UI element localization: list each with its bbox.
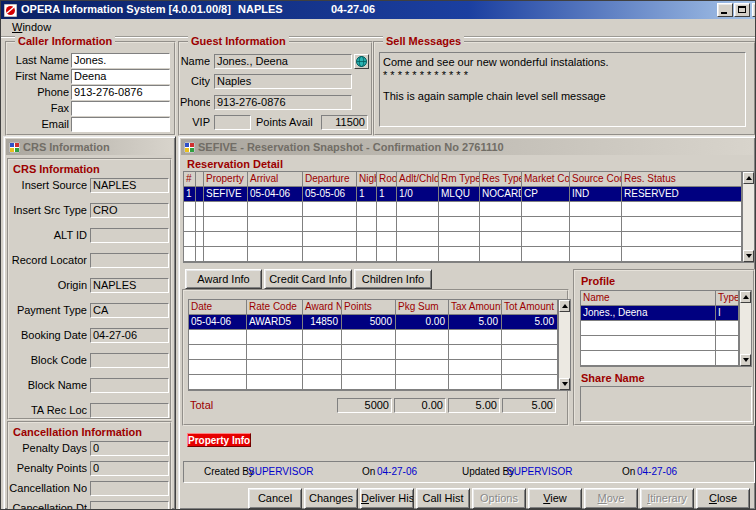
res-header-res-type[interactable]: Res Type <box>480 172 522 187</box>
profile-title: Profile <box>581 275 615 287</box>
guest-points-avail-field[interactable]: 11500 <box>321 115 368 130</box>
maximize-icon <box>738 6 746 13</box>
crs-ta-rec-loc-field[interactable] <box>90 403 169 418</box>
award-header-tax-amount[interactable]: Tax Amount <box>449 300 502 315</box>
reservation-table: # Property Arrival Departure Night Roon … <box>183 171 742 263</box>
res-cell-arrival: 05-04-06 <box>248 187 303 202</box>
penalty-days-field[interactable]: 0 <box>90 441 169 456</box>
res-header-source-code[interactable]: Source Code <box>570 172 622 187</box>
profile-header-type[interactable]: Type <box>716 291 738 306</box>
res-header-nights[interactable]: Night <box>357 172 377 187</box>
sell-messages-box[interactable]: Come and see our new wonderful instalati… <box>379 52 746 127</box>
caller-phone-field[interactable]: 913-276-0876 <box>71 85 170 100</box>
guest-profile-globe-button[interactable] <box>354 54 369 69</box>
penalty-points-field[interactable]: 0 <box>90 461 169 476</box>
caller-last-name-field[interactable]: Jones. <box>71 53 170 68</box>
caller-information-title: Caller Information <box>15 35 115 48</box>
award-header-rate-code[interactable]: Rate Code <box>247 300 303 315</box>
tab-children-info[interactable]: Children Info <box>354 269 432 289</box>
profile-row-selected[interactable]: Jones., Deena I <box>581 306 738 321</box>
call-hist-button[interactable]: Call Hist <box>416 488 470 509</box>
reservation-table-scrollbar[interactable] <box>742 171 755 263</box>
tab-credit-card-info[interactable]: Credit Card Info <box>264 269 352 289</box>
cancellation-no-field[interactable] <box>90 481 169 496</box>
crs-booking-date-field[interactable]: 04-27-06 <box>90 328 169 343</box>
crs-record-locator-label: Record Locator <box>9 253 87 268</box>
crs-insert-src-type-field[interactable]: CRO <box>90 203 169 218</box>
res-header-number[interactable]: # <box>184 172 196 187</box>
scroll-down-button[interactable] <box>740 354 751 366</box>
changes-button[interactable]: Changes <box>304 488 358 509</box>
award-header-points[interactable]: Points <box>342 300 396 315</box>
guest-phone-field[interactable]: 913-276-0876 <box>214 95 352 110</box>
res-header-adlt-chld[interactable]: Adlt/Chld <box>397 172 439 187</box>
sell-message-line-1: Come and see our new wonderful instalati… <box>383 56 609 68</box>
award-header-date[interactable]: Date <box>189 300 247 315</box>
cancellation-section-title: Cancellation Information <box>13 426 142 438</box>
res-cell-rooms: 1 <box>377 187 397 202</box>
guest-city-field[interactable]: Naples <box>214 74 352 89</box>
guest-phone-label: Phone <box>180 95 210 110</box>
guest-vip-field[interactable] <box>214 115 251 130</box>
minimize-button[interactable] <box>717 3 733 17</box>
cancellation-dt-field[interactable] <box>90 501 169 510</box>
created-by-value: SUPERVISOR <box>248 466 313 477</box>
award-cell-award-no: 14850 <box>303 315 342 330</box>
deliver-hist-button[interactable]: Deliver Hist <box>360 488 414 509</box>
maximize-button[interactable] <box>734 3 750 17</box>
share-name-box[interactable] <box>580 386 752 422</box>
award-cell-rate-code: AWARD5 <box>247 315 303 330</box>
res-header-rooms[interactable]: Roon <box>377 172 397 187</box>
crs-alt-id-field[interactable] <box>90 228 169 243</box>
award-table-scrollbar[interactable] <box>558 299 571 391</box>
caller-first-name-field[interactable]: Deena <box>71 69 170 84</box>
menu-window[interactable]: Window <box>8 20 55 35</box>
res-header-blank[interactable] <box>196 172 204 187</box>
crs-window-titlebar[interactable]: CRS Information <box>6 139 173 155</box>
crs-window-title: CRS Information <box>23 141 110 153</box>
scroll-down-button[interactable] <box>743 250 754 262</box>
cancellation-panel: Cancellation Information Penalty Days 0 … <box>7 421 172 510</box>
scroll-up-button[interactable] <box>743 172 754 184</box>
crs-payment-type-label: Payment Type <box>9 303 87 318</box>
scroll-up-button[interactable] <box>740 291 751 303</box>
res-header-market-code[interactable]: Market Code <box>522 172 570 187</box>
close-window-button[interactable]: Close <box>696 488 750 509</box>
award-header-award-no[interactable]: Award No <box>303 300 342 315</box>
tab-award-info[interactable]: Award Info <box>185 269 262 289</box>
res-header-arrival[interactable]: Arrival <box>248 172 303 187</box>
award-row-selected[interactable]: 05-04-06 AWARD5 14850 5000 0.00 5.00 5.0… <box>189 315 557 330</box>
award-header-pkg-sum[interactable]: Pkg Sum <box>396 300 449 315</box>
snapshot-window-titlebar[interactable]: SEFIVE - Reservation Snapshot - Confirma… <box>181 139 753 155</box>
view-button[interactable]: View <box>528 488 582 509</box>
award-header-tot-amount[interactable]: Tot Amount <box>502 300 557 315</box>
crs-payment-type-field[interactable]: CA <box>90 303 169 318</box>
profile-header-name[interactable]: Name <box>581 291 716 306</box>
res-header-property[interactable]: Property <box>204 172 248 187</box>
crs-block-code-field[interactable] <box>90 353 169 368</box>
total-pkg-sum-field: 0.00 <box>394 398 446 413</box>
scroll-up-button[interactable] <box>559 300 570 312</box>
guest-vip-label: VIP <box>180 115 210 130</box>
crs-record-locator-field[interactable] <box>90 253 169 268</box>
res-header-rm-type[interactable]: Rm Type <box>439 172 480 187</box>
caller-fax-field[interactable] <box>71 101 170 116</box>
crs-origin-field[interactable]: NAPLES <box>90 278 169 293</box>
updated-on-value: 04-27-06 <box>637 466 677 477</box>
profile-table-scrollbar[interactable] <box>739 290 752 367</box>
res-header-res-status[interactable]: Res. Status <box>622 172 741 187</box>
reservation-row-selected[interactable]: 1 SEFIVE 05-04-06 05-05-06 1 1 1/0 MLQU … <box>184 187 741 202</box>
cancel-button[interactable]: Cancel <box>248 488 302 509</box>
res-cell-nights: 1 <box>357 187 377 202</box>
caller-email-field[interactable] <box>71 117 170 132</box>
guest-name-field[interactable]: Jones., Deena <box>214 54 352 69</box>
app-titlebar[interactable]: OPERA Information System [4.0.01.00/8] N… <box>1 1 755 19</box>
crs-insert-source-field[interactable]: NAPLES <box>90 178 169 193</box>
guest-city-label: City <box>180 74 210 89</box>
scroll-down-button[interactable] <box>559 378 570 390</box>
close-button[interactable] <box>752 3 756 17</box>
property-info-button[interactable]: Property Info <box>187 433 251 447</box>
opera-app-window: OPERA Information System [4.0.01.00/8] N… <box>0 0 756 510</box>
crs-block-name-field[interactable] <box>90 378 169 393</box>
res-header-departure[interactable]: Departure <box>303 172 357 187</box>
